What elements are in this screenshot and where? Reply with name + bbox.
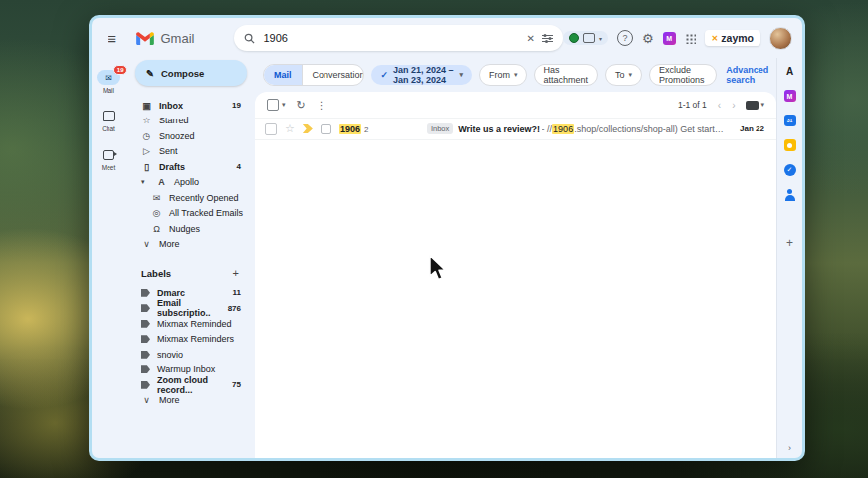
create-label-icon[interactable]: + (233, 267, 239, 279)
gmail-header: ≡ Gmail 1906 ✕ (92, 18, 802, 58)
sidebar-item-starred[interactable]: ☆ Starred (135, 114, 251, 129)
sidebar-item-apollo[interactable]: ▾ A Apollo (135, 175, 251, 191)
tab-mail[interactable]: Mail (264, 65, 302, 85)
tasks-icon[interactable]: ✓ (784, 164, 796, 176)
more-options-icon[interactable]: ⋮ (317, 100, 326, 111)
opened-mail-icon: ✉ (151, 193, 162, 203)
help-icon[interactable]: ? (617, 30, 633, 46)
show-side-panel-icon[interactable]: › (788, 443, 791, 453)
search-icon (244, 33, 255, 44)
settings-gear-icon[interactable]: ⚙ (642, 31, 654, 46)
label-tag-icon (141, 335, 150, 343)
labels-more[interactable]: ∨ More (135, 393, 251, 409)
get-addons-icon[interactable]: + (786, 236, 793, 250)
rail-mail-label: Mail (103, 87, 114, 94)
snippet-highlight: 1906 (552, 124, 574, 134)
inbox-icon: ▣ (141, 101, 152, 111)
chevron-down-icon: ▾ (514, 71, 518, 79)
filter-chip-has-attachment[interactable]: Has attachment (534, 64, 598, 86)
clear-search-icon[interactable]: ✕ (527, 33, 535, 44)
newer-page-icon[interactable]: ‹ (718, 100, 721, 111)
email-subject: Write us a review?! (458, 124, 540, 134)
label-item-snovio[interactable]: snovio (135, 347, 251, 362)
email-checkbox[interactable] (265, 123, 277, 135)
advanced-search-link[interactable]: Advanced search (726, 65, 770, 85)
chevron-down-icon: ▾ (760, 101, 764, 109)
zaymo-button[interactable]: ✕ zaymo (705, 30, 760, 46)
importance-marker-icon[interactable] (303, 124, 313, 133)
email-sender: 1906 2 (339, 124, 419, 134)
calendar-icon[interactable]: 31 (784, 115, 796, 126)
main-menu-icon[interactable]: ≡ (102, 30, 122, 47)
date-range-chip[interactable]: ✓ Jan 21, 2024 – Jan 23, 2024 ▾ (371, 65, 471, 85)
note-icon[interactable] (321, 124, 331, 134)
contacts-icon[interactable] (784, 189, 796, 201)
list-toolbar: ▾ ↻ ⋮ 1-1 of 1 ‹ › ▾ (255, 92, 776, 118)
select-all-control[interactable]: ▾ (267, 99, 286, 111)
gmail-logo[interactable]: Gmail (136, 31, 194, 46)
tab-conversations[interactable]: Conversations (302, 65, 365, 85)
label-tag-icon (141, 304, 150, 312)
sidebar-item-nudges[interactable]: Ω Nudges (135, 221, 251, 237)
search-options-icon[interactable] (542, 34, 553, 43)
older-page-icon[interactable]: › (732, 100, 735, 111)
chevron-down-icon: ∨ (141, 395, 152, 405)
addon-side-rail: A M 31 ✓ + › (776, 58, 802, 458)
label-tag-icon (141, 289, 150, 297)
label-tag-icon (141, 320, 150, 328)
main-area: Mail Conversations Spaces ✓ Jan 21, 2024… (251, 58, 776, 458)
sidebar-item-sent[interactable]: ▷ Sent (135, 144, 251, 160)
chevron-down-icon: ▾ (629, 71, 633, 79)
sidebar-item-all-tracked-emails[interactable]: ◎ All Tracked Emails (135, 206, 251, 222)
filter-chip-to[interactable]: To ▾ (605, 64, 642, 86)
email-row[interactable]: ☆ 1906 2 InboxWrite us a review?! - //19… (255, 118, 776, 140)
label-item-email-subscriptions[interactable]: Email subscriptio.. 876 (135, 301, 251, 317)
label-item-mixmax-reminded[interactable]: Mixmax Reminded (135, 316, 251, 332)
bell-icon: Ω (151, 224, 162, 234)
gmail-window: ≡ Gmail 1906 ✕ (89, 15, 805, 461)
sidebar-item-inbox[interactable]: ▣ Inbox 19 (135, 98, 251, 114)
header-actions: ▾ ? ⚙ M ✕ zaymo (563, 27, 792, 50)
rail-item-chat[interactable]: Chat (97, 109, 120, 132)
sidebar-item-snoozed[interactable]: ◷ Snoozed (135, 128, 251, 144)
keep-icon[interactable] (784, 139, 796, 151)
pencil-icon: ✎ (146, 68, 154, 79)
search-input[interactable]: 1906 (263, 32, 518, 44)
apollo-addon-icon[interactable]: A (786, 66, 793, 77)
input-tools-button[interactable]: ▾ (746, 101, 764, 110)
thread-count: 2 (364, 125, 368, 134)
zaymo-mark-icon: ✕ (712, 34, 719, 43)
select-all-checkbox[interactable] (267, 99, 279, 111)
star-icon[interactable]: ☆ (285, 123, 295, 134)
mixmax-addon-icon[interactable]: M (784, 90, 796, 102)
window-icon (583, 33, 595, 43)
chevron-down-icon: ▾ (459, 71, 463, 79)
check-icon: ✓ (380, 70, 388, 80)
sidebar-item-recently-opened[interactable]: ✉ Recently Opened (135, 190, 251, 206)
filter-chip-exclude-promotions[interactable]: Exclude Promotions (649, 64, 717, 86)
refresh-icon[interactable]: ↻ (297, 99, 306, 112)
sidebar-item-more[interactable]: ∨ More (135, 237, 251, 253)
sidebar-item-drafts[interactable]: ▯ Drafts 4 (135, 159, 251, 175)
video-camera-icon (103, 150, 114, 160)
extension-status-button[interactable]: ▾ (563, 31, 608, 45)
compose-button[interactable]: ✎ Compose (135, 60, 247, 86)
sender-highlight: 1906 (339, 124, 361, 134)
search-bar[interactable]: 1906 ✕ (234, 25, 563, 51)
rail-item-mail[interactable]: ✉ 19 Mail (97, 70, 120, 94)
chevron-down-icon: ∨ (141, 239, 152, 249)
account-avatar[interactable] (769, 27, 792, 50)
drafts-count: 4 (237, 162, 241, 171)
filter-chip-from[interactable]: From ▾ (479, 64, 528, 86)
sidebar: ✎ Compose ▣ Inbox 19 ☆ Starred ◷ Snoozed (125, 58, 251, 458)
tracking-icon: ◎ (151, 208, 162, 218)
google-apps-grid-icon[interactable] (685, 33, 696, 44)
mixmax-extension-icon[interactable]: M (663, 32, 676, 45)
search-filter-bar: Mail Conversations Spaces ✓ Jan 21, 2024… (255, 58, 776, 92)
labels-list: Dmarc 11 Email subscriptio.. 876 Mixmax … (135, 285, 251, 408)
email-preview: InboxWrite us a review?! - //1906.shop/c… (427, 123, 726, 134)
label-item-zoom-cloud-recordings[interactable]: Zoom cloud record... 75 (135, 377, 251, 393)
rail-item-meet[interactable]: Meet (97, 147, 120, 171)
window-body: ✉ 19 Mail Chat Meet ✎ Compose ▣ I (92, 58, 802, 458)
label-item-mixmax-reminders[interactable]: Mixmax Reminders (135, 332, 251, 348)
